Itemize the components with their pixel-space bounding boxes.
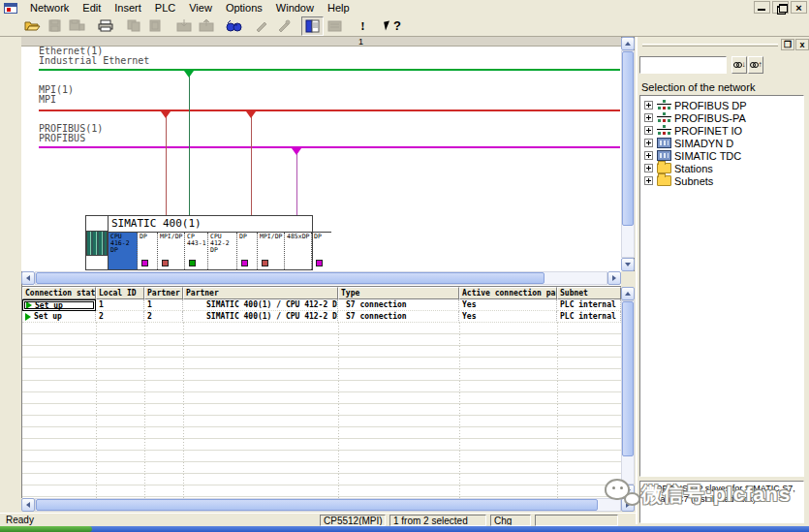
close-button[interactable] <box>791 1 807 14</box>
col-partner[interactable]: Partner <box>183 287 338 299</box>
menu-plc[interactable]: PLC <box>148 1 182 15</box>
menu-help[interactable]: Help <box>321 1 357 15</box>
dp-port-icon[interactable] <box>241 260 248 266</box>
find-prev-button[interactable]: ↑ <box>748 56 763 74</box>
browse-network-button[interactable] <box>223 16 245 36</box>
assign-2-button <box>273 16 296 36</box>
menu-edit[interactable]: Edit <box>76 1 108 15</box>
tree-item-profinet-io[interactable]: PROFINET IO <box>640 124 803 137</box>
catalog-button[interactable] <box>301 16 324 36</box>
canvas-vscroll-thumb[interactable] <box>622 51 634 226</box>
canvas-vscroll-down[interactable] <box>621 258 635 271</box>
partner-id-cell[interactable]: 2 <box>144 311 183 323</box>
menu-options[interactable]: Options <box>219 1 269 15</box>
subnet-cell[interactable]: PLC internal <box>557 311 621 323</box>
tree-item-profibus-dp[interactable]: PROFIBUS DP <box>640 99 803 111</box>
expand-icon[interactable] <box>644 176 653 185</box>
module-dp-3[interactable]: DP <box>312 233 331 269</box>
module-dp-1[interactable]: DP <box>138 233 158 269</box>
panel-grip[interactable] <box>642 44 778 47</box>
active-cell[interactable]: Yes <box>459 311 557 323</box>
empty-grid-rows[interactable] <box>22 323 621 498</box>
local-id-cell[interactable]: 2 <box>96 311 144 323</box>
table-row[interactable]: Set up 1 1 SIMATIC 400(1) / CPU 412-2 DP… <box>22 299 621 311</box>
module-mpi-dp-1[interactable]: MPI/DP <box>158 233 185 269</box>
subnet-cell[interactable]: PLC internal <box>557 299 621 311</box>
dp-port-icon[interactable] <box>316 260 323 266</box>
station-simatic-400[interactable]: SIMATIC 400(1) CPU 416-2 DP DP MPI/DP CP… <box>85 215 313 270</box>
col-local-id[interactable]: Local ID <box>96 287 144 299</box>
expand-icon[interactable] <box>644 101 653 110</box>
partner-cell[interactable]: SIMATIC 400(1) / CPU 412-2 DP <box>183 299 338 311</box>
module-cpu-416-2-dp[interactable]: CPU 416-2 DP <box>109 233 138 269</box>
menu-insert[interactable]: Insert <box>108 1 148 15</box>
ethernet-port-icon[interactable] <box>189 260 196 266</box>
tree-item-profibus-pa[interactable]: PROFIBUS-PA <box>640 111 803 124</box>
table-row[interactable]: Set up 2 2 SIMATIC 400(1) / CPU 412-2 DP… <box>22 311 621 323</box>
type-cell[interactable]: S7 connection <box>338 311 459 323</box>
mpi-drop-line-2[interactable] <box>251 111 252 215</box>
partner-cell[interactable]: SIMATIC 400(1) / CPU 412-2 DP <box>183 311 338 323</box>
type-cell[interactable]: S7 connection <box>338 299 459 311</box>
menu-view[interactable]: View <box>182 1 219 15</box>
canvas-hscroll-thumb[interactable] <box>36 272 545 284</box>
network-canvas[interactable]: Ethernet(1) Industrial Ethernet MPI(1) M… <box>21 47 621 271</box>
expand-icon[interactable] <box>644 139 653 147</box>
tree-item-simadyn-d[interactable]: SIMADYN D <box>640 137 803 149</box>
table-vscroll-up[interactable] <box>621 287 635 300</box>
canvas-vscroll-up[interactable] <box>621 37 635 50</box>
menu-network[interactable]: Network <box>23 1 76 15</box>
tree-item-subnets[interactable]: Subnets <box>640 174 803 187</box>
col-partner-id[interactable]: Partner I <box>144 287 183 299</box>
table-vscroll-thumb[interactable] <box>622 301 634 456</box>
context-help-button[interactable]: ? <box>380 16 405 36</box>
table-vscroll-down[interactable] <box>621 485 635 498</box>
expand-icon[interactable] <box>644 164 653 172</box>
table-hscroll-thumb[interactable] <box>36 499 598 511</box>
active-cell[interactable]: Yes <box>459 299 557 311</box>
panel-close-button[interactable]: x <box>795 39 809 50</box>
expand-icon[interactable] <box>644 151 653 160</box>
profibus-drop-line[interactable] <box>296 148 297 215</box>
minimize-button[interactable] <box>754 1 770 14</box>
rack-cell[interactable] <box>86 216 109 269</box>
open-button[interactable] <box>21 16 44 36</box>
profibus-bus-line[interactable] <box>39 146 620 148</box>
table-hscroll-left[interactable] <box>21 498 35 512</box>
panel-restore-button[interactable]: ❐ <box>781 39 794 50</box>
ethernet-drop-line[interactable] <box>189 71 190 215</box>
menu-window[interactable]: Window <box>269 1 321 15</box>
col-subnet[interactable]: Subnet <box>557 287 621 299</box>
check-consistency-button[interactable]: ! <box>352 16 374 36</box>
col-connection-status[interactable]: Connection statu <box>22 287 96 299</box>
find-input[interactable] <box>639 56 727 74</box>
module-dp-2[interactable]: DP <box>237 233 258 269</box>
mpi-drop-line-1[interactable] <box>166 111 167 215</box>
local-id-cell[interactable]: 1 <box>96 299 144 311</box>
module-cp-443-1[interactable]: CP 443-1 <box>185 233 208 269</box>
connection-status-cell[interactable]: Set up <box>22 299 96 311</box>
mpi-port-icon[interactable] <box>162 260 169 266</box>
canvas-hscroll-left[interactable] <box>21 271 35 285</box>
module-mpi-dp-2[interactable]: MPI/DP <box>258 233 285 269</box>
table-hscroll-right[interactable] <box>621 498 635 512</box>
dp-port-icon[interactable] <box>141 260 148 266</box>
ethernet-bus-line[interactable] <box>39 69 620 71</box>
module-485xdp[interactable]: 485xDP <box>285 233 312 269</box>
station-title[interactable]: SIMATIC 400(1) <box>109 216 331 233</box>
app-icon[interactable] <box>4 3 17 14</box>
mpi-port-icon[interactable] <box>262 260 268 266</box>
chip-icon <box>657 150 671 161</box>
canvas-hscroll-right[interactable] <box>607 271 621 285</box>
mpi-bus-line[interactable] <box>39 110 620 111</box>
expand-icon[interactable] <box>644 113 653 122</box>
expand-icon[interactable] <box>644 126 653 135</box>
col-active[interactable]: Active connection par <box>459 287 557 299</box>
find-next-button[interactable]: ↓ <box>731 56 747 74</box>
col-type[interactable]: Type <box>338 287 459 299</box>
partner-id-cell[interactable]: 1 <box>144 299 183 311</box>
print-button[interactable] <box>94 16 116 36</box>
module-cpu-412-2-dp[interactable]: CPU 412-2 DP <box>208 233 237 269</box>
restore-button[interactable] <box>772 1 789 14</box>
connection-status-cell[interactable]: Set up <box>22 311 96 323</box>
